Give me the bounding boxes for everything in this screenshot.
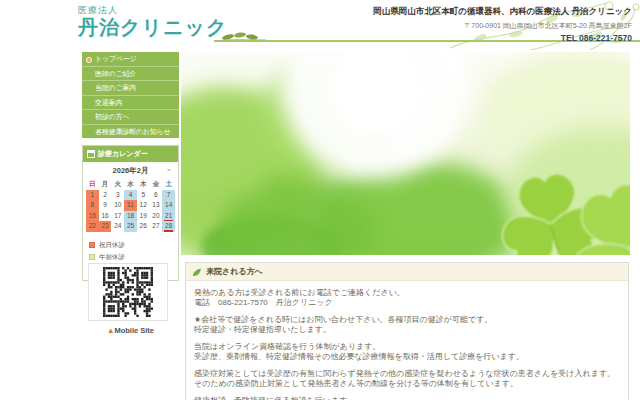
calendar-day[interactable]: 24: [111, 221, 124, 232]
calendar-day-header: 水: [124, 179, 137, 190]
qr-code-box: [88, 263, 168, 321]
calendar-day[interactable]: 6: [150, 190, 163, 201]
legend-item: 午前休診: [89, 253, 172, 262]
sidebar-item-health-checkup[interactable]: 各種健康診断のお知らせ: [82, 124, 179, 139]
calendar-day[interactable]: 1: [86, 190, 99, 201]
calendar-day-header: 木: [137, 179, 150, 190]
leaf-sprig-icon: [216, 29, 268, 42]
calendar-day[interactable]: 3: [111, 190, 124, 201]
notice-paragraph: 感染症対策としては受診歴の有無に関わらず発熱その他の感染症を疑わせるような症状の…: [194, 369, 620, 388]
calendar-day[interactable]: 7: [162, 190, 175, 201]
notice-header: 来院される方へ: [186, 263, 628, 281]
notice-paragraph: 発熱のある方は受診される前にお電話でご連絡ください。電話 086-221-757…: [194, 288, 620, 307]
leaf-icon: [192, 267, 202, 277]
sidebar-menu: トップページ 医師のご紹介 当院のご案内 交通案内 初診の方へ 各種健康診断のお…: [82, 52, 179, 138]
calendar-day[interactable]: 2: [99, 190, 112, 201]
calendar-day[interactable]: 18: [124, 211, 137, 222]
notice-paragraph: 健康相談、予防接種に係る相談を行います。: [194, 396, 620, 400]
sidebar-item-clinic-guide[interactable]: 当院のご案内: [82, 80, 179, 95]
sidebar-item-label: 当院のご案内: [95, 84, 136, 91]
calendar-day[interactable]: 8: [86, 200, 99, 211]
calendar-day[interactable]: 26: [137, 221, 150, 232]
sidebar-item-first-visit[interactable]: 初診の方へ: [82, 109, 179, 124]
sidebar-item-label: 医師のご紹介: [95, 70, 136, 77]
calendar-day[interactable]: 13: [150, 200, 163, 211]
sidebar-item-label: 交通案内: [95, 99, 122, 106]
calendar-day-header: 火: [111, 179, 124, 190]
holiday-swatch: [89, 242, 95, 248]
calendar-grid: 日月火水木金土123456789101112131415161718192021…: [83, 178, 178, 234]
sidebar-item-label: 各種健康診断のお知らせ: [95, 128, 170, 135]
sidebar-item-label: トップページ: [95, 55, 137, 62]
calendar-day-header: 日: [86, 179, 99, 190]
calendar-icon: [87, 150, 95, 158]
logo-clinic-name: 丹治クリニック: [78, 17, 227, 38]
calendar-day[interactable]: 9: [99, 200, 112, 211]
calendar-title: 診療カレンダー: [98, 149, 148, 159]
notice-paragraph: ★会社等で健診をされる時にはお問い合わせ下さい。各種項目の健診が可能です。特定健…: [194, 315, 620, 334]
calendar-month-label: 2026年2月: [113, 166, 149, 175]
notice-title: 来院される方へ: [206, 266, 263, 277]
calendar-day[interactable]: 11: [124, 200, 137, 211]
qr-code: [103, 267, 153, 317]
calendar-day[interactable]: 21: [162, 211, 175, 222]
calendar-day[interactable]: 19: [137, 211, 150, 222]
calendar-day[interactable]: 17: [111, 211, 124, 222]
am-closed-swatch: [89, 254, 95, 260]
calendar-next-button[interactable]: ＞: [166, 166, 173, 175]
clinic-calendar: 診療カレンダー 2026年2月 ＞ 日月火水木金土123456789101112…: [82, 145, 179, 281]
calendar-month-row: 2026年2月 ＞: [83, 162, 178, 178]
clinic-address: 〒700-0901 岡山県岡山市北区本町5-20 高島屋東館2F: [373, 21, 632, 31]
sidebar-item-doctors[interactable]: 医師のご紹介: [82, 66, 179, 81]
calendar-day[interactable]: 27: [150, 221, 163, 232]
clinic-phone: TEL 086-221-7570: [373, 33, 632, 43]
calendar-day[interactable]: 4: [124, 190, 137, 201]
calendar-header: 診療カレンダー: [83, 146, 178, 162]
site-logo[interactable]: 医療法人 丹治クリニック: [78, 4, 227, 38]
calendar-day[interactable]: 25: [124, 221, 137, 232]
calendar-day[interactable]: 20: [150, 211, 163, 222]
clinic-homepage: 医療法人 丹治クリニック 岡山県岡山市北区本町の循環器科、内科の医療法人 丹治ク…: [0, 0, 640, 400]
calendar-day[interactable]: 10: [111, 200, 124, 211]
calendar-day[interactable]: 28: [162, 221, 175, 232]
sidebar-item-label: 初診の方へ: [95, 113, 129, 120]
calendar-day[interactable]: 15: [86, 211, 99, 222]
calendar-day[interactable]: 5: [137, 190, 150, 201]
calendar-day[interactable]: 14: [162, 200, 175, 211]
clinic-tagline: 岡山県岡山市北区本町の循環器科、内科の医療法人 丹治クリニック: [373, 6, 632, 18]
calendar-day[interactable]: 16: [99, 211, 112, 222]
calendar-day[interactable]: 23: [99, 221, 112, 232]
home-icon: [86, 57, 92, 63]
notice-paragraph: 当院はオンライン資格確認を行う体制があります。受診歴、薬剤情報、特定健診情報その…: [194, 342, 620, 361]
header-contact-block: 岡山県岡山市北区本町の循環器科、内科の医療法人 丹治クリニック 〒700-090…: [373, 6, 632, 43]
calendar-day[interactable]: 22: [86, 221, 99, 232]
sidebar-item-top[interactable]: トップページ: [82, 52, 179, 66]
notice-body: 発熱のある方は受診される前にお電話でご連絡ください。電話 086-221-757…: [186, 281, 628, 400]
visitor-notice-panel: 来院される方へ 発熱のある方は受診される前にお電話でご連絡ください。電話 086…: [185, 262, 629, 400]
legend-label: 祝日休診: [99, 241, 125, 250]
clover-photo-image: [181, 52, 630, 255]
calendar-day-header: 金: [150, 179, 163, 190]
calendar-day-header: 土: [162, 179, 175, 190]
sidebar-item-access[interactable]: 交通案内: [82, 95, 179, 110]
mobile-site-label: ▲Mobile Site: [82, 326, 179, 335]
calendar-day-header: 月: [99, 179, 112, 190]
legend-label: 午前休診: [99, 253, 125, 262]
legend-item: 祝日休診: [89, 241, 172, 250]
clover-photo: [181, 52, 630, 255]
calendar-day[interactable]: 12: [137, 200, 150, 211]
